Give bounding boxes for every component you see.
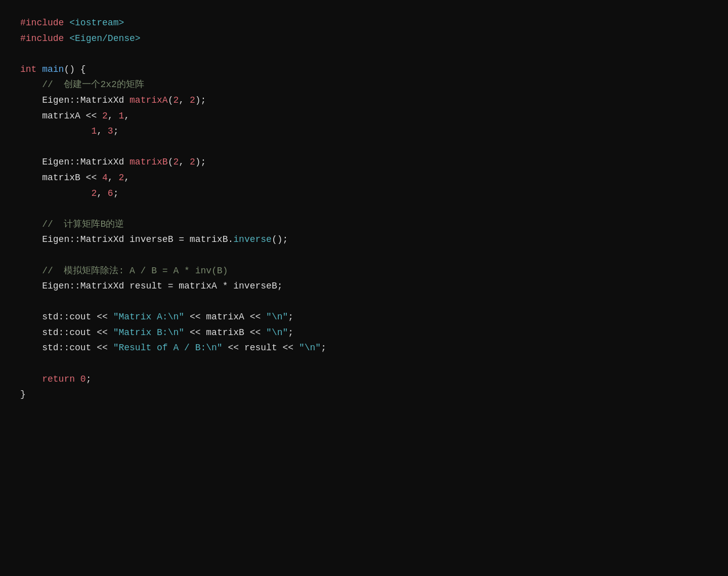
line-empty-5 <box>20 294 708 310</box>
line-1: #include <iostream> <box>20 15 708 31</box>
line-18: Eigen::MatrixXd result = matrixA * inver… <box>20 278 708 294</box>
line-24: return 0; <box>20 372 708 387</box>
line-8: 1, 3; <box>20 124 708 139</box>
line-20: std::cout << "Matrix A:\n" << matrixA <<… <box>20 309 708 325</box>
line-empty-4 <box>20 248 708 263</box>
line-14: // 计算矩阵B的逆 <box>20 217 708 232</box>
line-5: // 创建一个2x2的矩阵 <box>20 77 708 93</box>
line-11: matrixB << 4, 2, <box>20 170 708 186</box>
line-empty-3 <box>20 201 708 217</box>
code-editor: #include <iostream> #include <Eigen/Dens… <box>20 15 708 402</box>
line-15: Eigen::MatrixXd inverseB = matrixB.inver… <box>20 232 708 248</box>
line-2: #include <Eigen/Dense> <box>20 31 708 47</box>
line-6: Eigen::MatrixXd matrixA(2, 2); <box>20 93 708 108</box>
line-21: std::cout << "Matrix B:\n" << matrixB <<… <box>20 325 708 341</box>
line-empty-1 <box>20 46 708 62</box>
line-25: } <box>20 387 708 402</box>
line-17: // 模拟矩阵除法: A / B = A * inv(B) <box>20 263 708 279</box>
line-22: std::cout << "Result of A / B:\n" << res… <box>20 340 708 356</box>
line-7: matrixA << 2, 1, <box>20 108 708 124</box>
line-10: Eigen::MatrixXd matrixB(2, 2); <box>20 154 708 170</box>
line-4: int main() { <box>20 62 708 77</box>
line-12: 2, 6; <box>20 186 708 201</box>
line-empty-6 <box>20 356 708 372</box>
line-empty-2 <box>20 139 708 155</box>
